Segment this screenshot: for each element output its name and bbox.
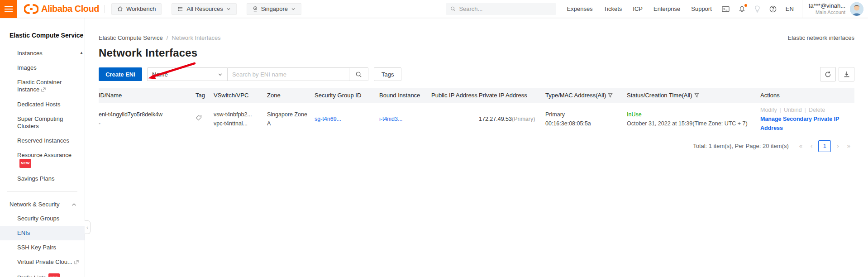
- mac-address: 00:16:3e:08:05:5a: [545, 119, 623, 128]
- action-delete[interactable]: Delete: [809, 107, 825, 113]
- notification-dot: [744, 4, 747, 7]
- cell-public-ip: [431, 103, 479, 136]
- pagination-summary: Total: 1 item(s), Per Page: 20 item(s): [693, 143, 789, 149]
- create-eni-button[interactable]: Create ENI: [99, 67, 142, 81]
- sidebar-item-reserved-instances[interactable]: Reserved Instances: [0, 134, 85, 148]
- cell-actions: Modify|Unbind|Delete Manage Secondary Pr…: [760, 103, 854, 136]
- topbar-link-tickets[interactable]: Tickets: [604, 5, 622, 12]
- sidebar-scroll-up-arrow[interactable]: ▲: [80, 51, 83, 55]
- pagination: Total: 1 item(s), Per Page: 20 item(s) «…: [99, 140, 854, 152]
- page-first-button[interactable]: «: [795, 143, 806, 149]
- hamburger-menu-icon[interactable]: [0, 0, 17, 18]
- alibaba-cloud-logo-mark: [24, 4, 38, 14]
- search-icon: [450, 6, 456, 12]
- breadcrumb-root[interactable]: Elastic Compute Service: [99, 34, 163, 41]
- eni-search-input[interactable]: [228, 68, 349, 81]
- filter-icon[interactable]: [608, 92, 613, 99]
- link-bound-instance[interactable]: i-t4nid3...: [379, 116, 402, 122]
- table-header-security-group: Security Group ID: [315, 88, 379, 103]
- status-badge: InUse: [627, 110, 757, 119]
- eni-name: -: [99, 119, 192, 128]
- action-manage-link[interactable]: Manage Secondary Private IP Address: [760, 116, 839, 131]
- page-prev-button[interactable]: ‹: [806, 143, 816, 149]
- sidebar-item-instances[interactable]: Instances: [0, 46, 85, 61]
- sidebar-item-savings-plans[interactable]: Savings Plans: [0, 172, 85, 186]
- external-link-icon: [41, 86, 46, 93]
- table-header-private-ip: Private IP Address: [479, 88, 545, 103]
- sidebar-item-ssh-key-pairs[interactable]: SSH Key Pairs: [0, 240, 85, 255]
- table-header-vswitch-vpc: VSwitch/VPC: [214, 88, 267, 103]
- workbench-button[interactable]: Workbench: [111, 3, 162, 15]
- tag-icon[interactable]: [196, 116, 202, 122]
- external-link-icon: [74, 259, 79, 266]
- topbar-links: Expenses Tickets ICP Enterprise Support: [567, 5, 712, 12]
- sidebar-group-network-security[interactable]: Network & Security: [0, 197, 85, 211]
- notification-bell-icon[interactable]: [739, 5, 745, 13]
- page-number[interactable]: 1: [818, 140, 831, 152]
- page-next-button[interactable]: ›: [833, 143, 843, 149]
- sidebar-item-resource-assurance[interactable]: Resource AssuranceNEW: [0, 148, 85, 172]
- topbar-link-enterprise[interactable]: Enterprise: [653, 5, 680, 12]
- global-search: [446, 3, 556, 15]
- topbar-link-icp[interactable]: ICP: [633, 5, 643, 12]
- account-info[interactable]: ta***@vinah... Main Account: [809, 2, 863, 16]
- vpc-id[interactable]: vpc-t4nttnai...: [214, 119, 263, 128]
- breadcrumb: Elastic Compute Service / Network Interf…: [99, 34, 854, 41]
- content-area: Elastic Compute Service / Network Interf…: [85, 18, 868, 277]
- link-security-group[interactable]: sg-t4n69...: [315, 116, 341, 122]
- topbar: Alibaba Cloud Workbench All Resources Si…: [0, 0, 868, 18]
- search-button[interactable]: [349, 68, 368, 81]
- page-title: Network Interfaces: [99, 47, 854, 59]
- tags-button[interactable]: Tags: [374, 67, 401, 81]
- global-search-input[interactable]: [459, 5, 551, 12]
- sidebar-item-virtual-private-cloud[interactable]: Virtual Private Clou...: [0, 255, 85, 270]
- cell-type-mac: Primary 00:16:3e:08:05:5a: [545, 103, 627, 136]
- sidebar-item-security-groups[interactable]: Security Groups: [0, 211, 85, 226]
- eni-id[interactable]: eni-t4ngylld7yo5r8delk4w: [99, 110, 192, 119]
- home-icon: [117, 6, 123, 12]
- action-modify[interactable]: Modify: [760, 107, 777, 113]
- topbar-link-support[interactable]: Support: [691, 5, 712, 12]
- sidebar-item-elastic-container-instance[interactable]: Elastic Container Instance: [0, 75, 85, 97]
- sidebar-item-super-computing-clusters[interactable]: Super Computing Clusters: [0, 112, 85, 134]
- account-name: ta***@vinah...: [809, 2, 845, 9]
- filter-type-select[interactable]: Name: [147, 67, 228, 81]
- language-selector[interactable]: EN: [786, 5, 794, 12]
- table-row: eni-t4ngylld7yo5r8delk4w - vsw-t4nbfpb2.…: [99, 103, 854, 136]
- lightbulb-icon[interactable]: [754, 5, 760, 13]
- private-ip: 172.27.49.53: [479, 116, 512, 122]
- all-resources-button[interactable]: All Resources: [172, 3, 236, 15]
- table-header-status-time: Status/Creation Time(All): [627, 88, 760, 103]
- sidebar-title: Elastic Compute Service: [0, 32, 85, 39]
- sidebar-item-enis[interactable]: ENIs: [0, 226, 85, 240]
- chevron-down-icon: [226, 7, 231, 11]
- sidebar-collapse-handle[interactable]: ‹: [85, 220, 91, 234]
- refresh-button[interactable]: [820, 67, 836, 81]
- region-selector[interactable]: Singapore: [247, 3, 301, 15]
- cell-vswitch-vpc: vsw-t4nbfpb2... vpc-t4nttnai...: [214, 103, 267, 136]
- chevron-down-icon: [218, 72, 223, 77]
- eni-table: ID/Name Tag VSwitch/VPC Zone Security Gr…: [99, 88, 854, 136]
- alibaba-cloud-logo[interactable]: Alibaba Cloud: [24, 4, 99, 14]
- avatar[interactable]: [850, 2, 863, 16]
- action-unbind[interactable]: Unbind: [784, 107, 802, 113]
- page-last-button[interactable]: »: [843, 143, 854, 149]
- topbar-link-expenses[interactable]: Expenses: [567, 5, 593, 12]
- sidebar-item-dedicated-hosts[interactable]: Dedicated Hosts: [0, 97, 85, 112]
- sidebar-item-prefix-lists[interactable]: Prefix ListsNEW: [0, 270, 85, 277]
- cell-private-ip: 172.27.49.53(Primary): [479, 103, 545, 136]
- location-pin-icon: [253, 6, 258, 12]
- corner-label: Elastic network interfaces: [788, 34, 854, 41]
- cell-security-group: sg-t4n69...: [315, 103, 379, 136]
- breadcrumb-separator: /: [167, 34, 168, 41]
- sidebar-item-images[interactable]: Images: [0, 61, 85, 75]
- table-header-type-mac: Type/MAC Address(All): [545, 88, 627, 103]
- console-terminal-icon[interactable]: [722, 6, 730, 12]
- chevron-up-icon: [72, 203, 76, 206]
- table-header-bound-instance: Bound Instance: [379, 88, 431, 103]
- workbench-label: Workbench: [126, 5, 156, 12]
- download-button[interactable]: [839, 67, 854, 81]
- help-icon[interactable]: [769, 5, 777, 13]
- filter-icon[interactable]: [694, 92, 699, 99]
- vswitch-id[interactable]: vsw-t4nbfpb2...: [214, 110, 263, 119]
